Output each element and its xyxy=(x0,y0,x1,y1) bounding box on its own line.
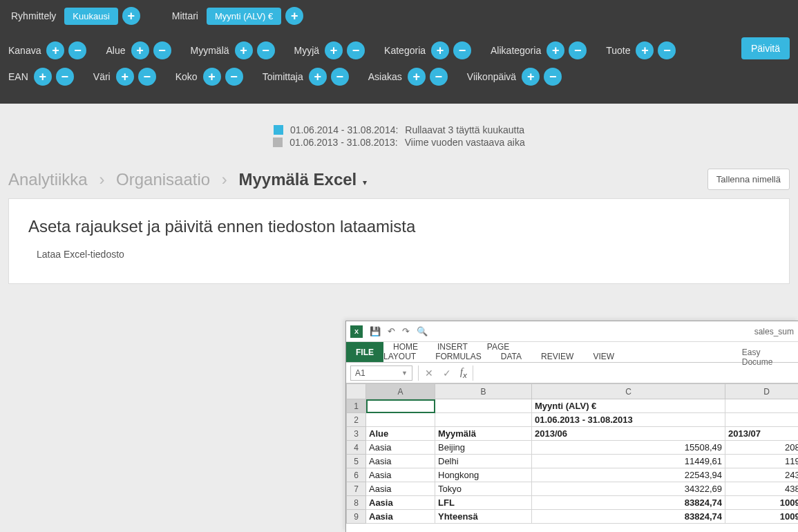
filter-remove-icon[interactable] xyxy=(544,68,562,86)
cell[interactable]: 01.06.2013 - 31.08.2013 xyxy=(532,413,725,427)
cell[interactable]: Aasia xyxy=(366,455,435,468)
cell[interactable] xyxy=(366,413,435,427)
filter-add-icon[interactable] xyxy=(325,41,343,59)
col-header[interactable]: C xyxy=(532,384,725,399)
cell[interactable]: Aasia xyxy=(366,510,435,524)
filter-add-icon[interactable] xyxy=(431,41,449,59)
filter-remove-icon[interactable] xyxy=(68,41,86,59)
cell[interactable]: 10094 xyxy=(725,510,799,524)
row-header[interactable]: 7 xyxy=(347,482,366,496)
cell[interactable]: LFL xyxy=(435,496,532,510)
crumb-current[interactable]: Myymälä Excel xyxy=(238,170,357,189)
crumb-organisation[interactable]: Organisaatio xyxy=(116,170,210,189)
cell[interactable]: Delhi xyxy=(435,455,532,468)
filter-add-icon[interactable] xyxy=(636,41,654,59)
filter-add-icon[interactable] xyxy=(547,41,564,59)
metric-add-icon[interactable] xyxy=(285,7,303,25)
select-all-corner[interactable] xyxy=(347,384,366,399)
filter-add-icon[interactable] xyxy=(522,68,540,86)
metric-tag[interactable]: Myynti (ALV) € xyxy=(207,8,281,25)
excel-grid[interactable]: ABCD1Myynti (ALV) €201.06.2013 - 31.08.2… xyxy=(346,383,798,532)
caret-down-icon[interactable]: ▾ xyxy=(363,178,367,187)
col-header[interactable]: A xyxy=(366,384,435,399)
cell[interactable]: Tokyo xyxy=(435,482,532,496)
cell[interactable]: Aasia xyxy=(366,468,435,482)
cell[interactable]: 2080 xyxy=(725,441,799,455)
cell[interactable]: 4387 xyxy=(725,482,799,496)
filter-remove-icon[interactable] xyxy=(257,41,275,59)
cell[interactable]: Myynti (ALV) € xyxy=(532,399,725,413)
filter-remove-icon[interactable] xyxy=(56,68,74,86)
cell[interactable]: Yhteensä xyxy=(435,510,532,524)
filter-remove-icon[interactable] xyxy=(225,68,243,86)
update-button[interactable]: Päivitä xyxy=(741,37,790,59)
filter-add-icon[interactable] xyxy=(46,41,64,59)
cell[interactable]: 2013/07 xyxy=(725,427,799,441)
filter-add-icon[interactable] xyxy=(309,68,327,86)
filter-remove-icon[interactable] xyxy=(138,68,156,86)
dropdown-icon[interactable]: ▼ xyxy=(401,370,408,377)
row-header[interactable]: 5 xyxy=(347,455,366,468)
group-add-icon[interactable] xyxy=(122,7,140,25)
cell[interactable]: Aasia xyxy=(366,496,435,510)
filter-add-icon[interactable] xyxy=(203,68,221,86)
cell[interactable] xyxy=(725,399,799,413)
cell[interactable] xyxy=(725,413,799,427)
ribbon-tab-file[interactable]: FILE xyxy=(346,342,383,362)
filter-remove-icon[interactable] xyxy=(658,41,676,59)
filter-add-icon[interactable] xyxy=(34,68,52,86)
save-icon[interactable]: 💾 xyxy=(370,326,381,336)
row-header[interactable]: 3 xyxy=(347,427,366,441)
cell[interactable] xyxy=(366,399,435,413)
col-header[interactable]: B xyxy=(435,384,532,399)
filter-remove-icon[interactable] xyxy=(569,41,587,59)
cell[interactable]: 10094 xyxy=(725,496,799,510)
filter-add-icon[interactable] xyxy=(235,41,253,59)
row-header[interactable]: 2 xyxy=(347,413,366,427)
cell[interactable]: 11449,61 xyxy=(532,455,725,468)
filter-add-icon[interactable] xyxy=(131,41,149,59)
cell[interactable]: 2430 xyxy=(725,468,799,482)
row-header[interactable]: 4 xyxy=(347,441,366,455)
filter-remove-icon[interactable] xyxy=(453,41,471,59)
filter-remove-icon[interactable] xyxy=(331,68,349,86)
filter-remove-icon[interactable] xyxy=(347,41,365,59)
date-legend: 01.06.2014 - 31.08.2014:Rullaavat 3 täyt… xyxy=(0,104,798,164)
cell[interactable]: 34322,69 xyxy=(532,482,725,496)
redo-icon[interactable]: ↷ xyxy=(402,326,410,336)
cell[interactable]: 22543,94 xyxy=(532,468,725,482)
cell[interactable]: Myymälä xyxy=(435,427,532,441)
row-header[interactable]: 6 xyxy=(347,468,366,482)
cell[interactable]: 1196 xyxy=(725,455,799,468)
col-header[interactable]: D xyxy=(725,384,799,399)
filter-remove-icon[interactable] xyxy=(430,68,448,86)
cancel-icon[interactable]: ✕ xyxy=(420,368,438,379)
cell[interactable]: 15508,49 xyxy=(532,441,725,455)
cell[interactable]: Aasia xyxy=(366,441,435,455)
group-tag[interactable]: Kuukausi xyxy=(64,8,117,25)
print-preview-icon[interactable]: 🔍 xyxy=(417,326,428,336)
cell[interactable] xyxy=(435,413,532,427)
row-header[interactable]: 9 xyxy=(347,510,366,524)
cell[interactable] xyxy=(435,399,532,413)
cell[interactable]: 83824,74 xyxy=(532,510,725,524)
undo-icon[interactable]: ↶ xyxy=(388,326,395,336)
crumb-analytics[interactable]: Analytiikka xyxy=(8,170,88,189)
filter-remove-icon[interactable] xyxy=(153,41,171,59)
enter-icon[interactable]: ✓ xyxy=(438,368,456,379)
group-label: Ryhmittely xyxy=(11,10,56,21)
cell[interactable]: Aasia xyxy=(366,482,435,496)
filter-add-icon[interactable] xyxy=(408,68,426,86)
row-header[interactable]: 8 xyxy=(347,496,366,510)
download-excel-link[interactable]: Lataa Excel-tiedosto xyxy=(28,249,770,260)
cell[interactable]: 2013/06 xyxy=(532,427,725,441)
cell[interactable]: Beijing xyxy=(435,441,532,455)
cell[interactable]: 83824,74 xyxy=(532,496,725,510)
save-as-button[interactable]: Tallenna nimellä xyxy=(707,169,790,190)
fx-icon[interactable]: fx xyxy=(456,367,471,379)
row-header[interactable]: 1 xyxy=(347,399,366,413)
cell[interactable]: Hongkong xyxy=(435,468,532,482)
cell[interactable]: Alue xyxy=(366,427,435,441)
name-box[interactable]: A1 ▼ xyxy=(350,365,412,381)
filter-add-icon[interactable] xyxy=(116,68,134,86)
